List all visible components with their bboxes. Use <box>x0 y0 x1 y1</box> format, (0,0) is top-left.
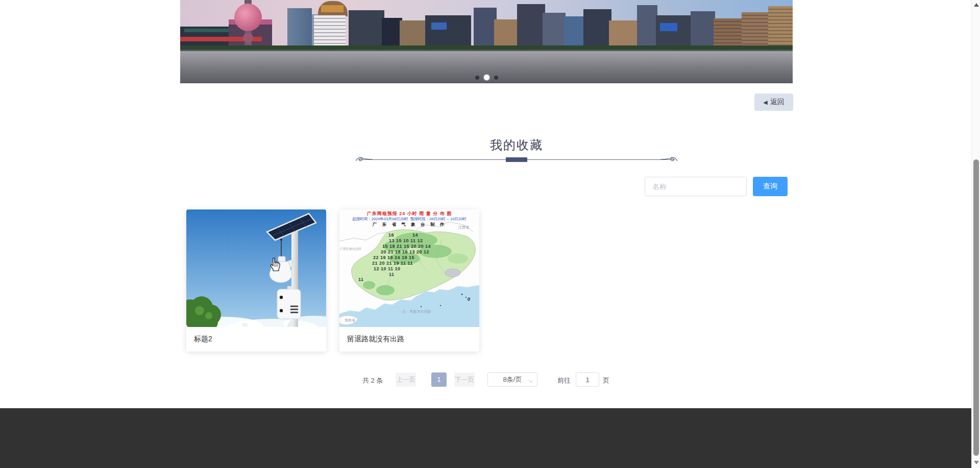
map-values-row: 20 21 18 16 13 20 12 <box>381 250 429 254</box>
carousel-dot-active[interactable] <box>484 75 489 80</box>
map-values-row: 21 20 21 19 11 11 <box>372 261 413 266</box>
next-page-button[interactable]: 下一页 <box>454 372 475 387</box>
scroll-up-arrow-icon[interactable] <box>974 3 979 7</box>
goto-suffix: 页 <box>603 376 609 385</box>
card-image-weather-station[interactable] <box>186 209 326 327</box>
carousel-dot[interactable] <box>494 76 498 80</box>
page: ◀ 返回 我的收藏 查询 <box>0 0 980 468</box>
divider-center-bar <box>506 157 527 162</box>
map-label-hainan: 海南省 <box>345 318 355 322</box>
carousel-banner <box>180 0 793 83</box>
carousel-dots <box>180 75 793 80</box>
page-footer <box>0 408 971 468</box>
page-number-button[interactable]: 1 <box>431 372 447 387</box>
scrollbar-thumb[interactable] <box>973 159 979 456</box>
pagination-total: 共 2 条 <box>362 376 383 385</box>
map-values-row: 11 <box>389 272 395 277</box>
map-label-jiangxi: 江西省 <box>458 225 469 229</box>
map-subtitle: 起报时间：2024年03月08日20时 预报时段：09日20时 -- 10日20… <box>339 217 479 221</box>
prev-page-button[interactable]: 上一页 <box>396 372 416 387</box>
divider-curl-icon <box>355 156 373 163</box>
chevron-down-icon <box>528 378 533 383</box>
page-title: 我的收藏 <box>490 137 543 153</box>
map-values-row: 16 14 <box>388 233 418 238</box>
back-button[interactable]: ◀ 返回 <box>754 93 793 111</box>
card-image-rain-map[interactable]: 广东网格预报 24 小时 雨 量 分 布 图 起报时间：2024年03月08日2… <box>339 209 479 327</box>
map-values-row: 15 18 21 15 20 20 14 <box>382 244 431 249</box>
goto-prefix: 前往 <box>557 376 571 385</box>
carousel-dot[interactable] <box>475 76 479 80</box>
scroll-down-arrow-icon[interactable] <box>974 461 979 464</box>
page-size-value: 8条/页 <box>503 375 522 384</box>
map-title: 广东网格预报 24 小时 雨 量 分 布 图 <box>339 212 479 216</box>
title-divider <box>358 159 675 160</box>
back-button-label: 返回 <box>770 98 785 107</box>
map-values-row: 22 19 19 24 19 15 <box>373 255 414 260</box>
goto-page-input[interactable] <box>576 372 599 387</box>
map-values-row: 13 15 10 11 12 <box>389 239 423 243</box>
page-size-select[interactable]: 8条/页 <box>487 372 537 387</box>
map-note: 注：本图为示意图 <box>402 310 431 313</box>
favorite-card[interactable]: 广东网格预报 24 小时 雨 量 分 布 图 起报时间：2024年03月08日2… <box>339 209 479 352</box>
search-input[interactable] <box>645 177 747 196</box>
caret-left-icon: ◀ <box>763 100 767 105</box>
search-button[interactable]: 查询 <box>753 177 788 196</box>
favorite-card[interactable]: 标题2 <box>186 209 326 352</box>
map-label-guangxi: 广西壮族自治区 <box>340 247 361 250</box>
map-values-row: 11 <box>358 277 364 282</box>
map-values-row: 12 10 11 10 <box>374 267 401 271</box>
weather-station-graphic <box>186 209 326 327</box>
vertical-scrollbar[interactable] <box>971 0 980 468</box>
card-title: 留退路就没有出路 <box>339 327 479 352</box>
card-title: 标题2 <box>186 327 326 352</box>
divider-curl-icon <box>660 156 678 163</box>
